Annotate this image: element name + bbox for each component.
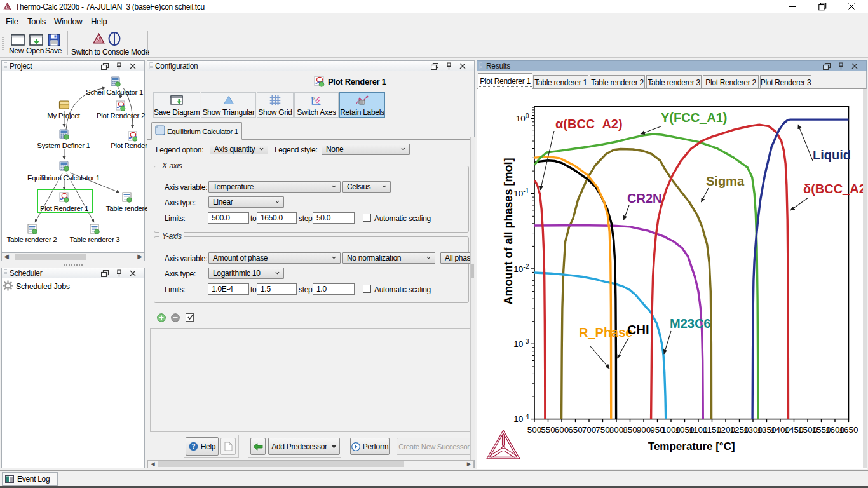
- svg-text:800: 800: [609, 425, 624, 435]
- svg-text:Temperature [°C]: Temperature [°C]: [648, 440, 735, 452]
- svg-text:700: 700: [582, 425, 597, 435]
- svg-text:δ(BCC_A2: δ(BCC_A2: [803, 182, 866, 196]
- svg-text:R_Phase: R_Phase: [579, 325, 633, 339]
- svg-text:650: 650: [568, 425, 583, 435]
- svg-text:Sigma: Sigma: [706, 174, 745, 188]
- svg-text:600: 600: [555, 425, 569, 435]
- svg-text:CR2N: CR2N: [627, 191, 661, 205]
- svg-text:1650: 1650: [839, 425, 858, 435]
- svg-text:Liquid: Liquid: [813, 148, 851, 162]
- svg-text:900: 900: [637, 425, 651, 435]
- svg-text:Y: Y: [315, 100, 316, 103]
- svg-text:550: 550: [541, 425, 555, 435]
- svg-text:500: 500: [527, 425, 542, 435]
- svg-text:CHI: CHI: [627, 323, 649, 337]
- svg-text:Υ(FCC_A1): Υ(FCC_A1): [661, 111, 727, 125]
- svg-text:M23C6: M23C6: [670, 316, 710, 330]
- svg-text:750: 750: [595, 425, 610, 435]
- svg-text:?: ?: [191, 443, 195, 450]
- svg-text:α(BCC_A2): α(BCC_A2): [555, 117, 623, 131]
- svg-text:Amount of all phases [mol]: Amount of all phases [mol]: [502, 158, 515, 304]
- svg-text:850: 850: [623, 425, 637, 435]
